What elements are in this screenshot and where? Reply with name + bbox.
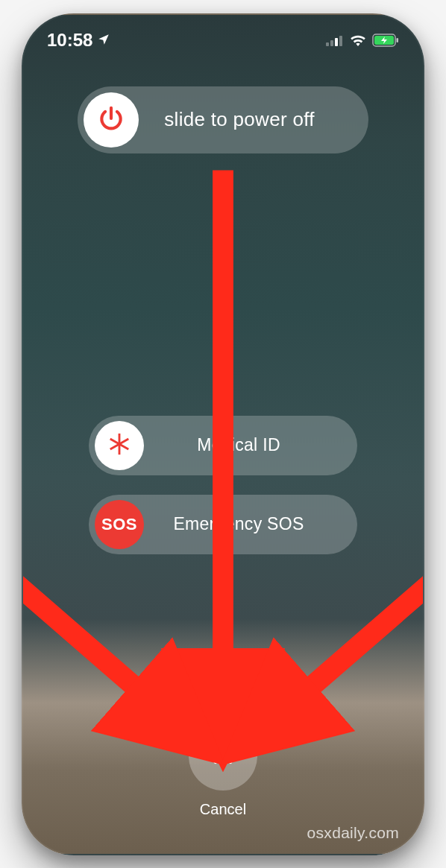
wifi-icon xyxy=(350,34,366,46)
slide-to-power-off[interactable]: slide to power off xyxy=(78,86,368,153)
sos-knob[interactable]: SOS xyxy=(95,500,144,549)
medical-asterisk-icon xyxy=(107,431,132,460)
medical-id-label: Medical ID xyxy=(144,435,351,455)
cancel-button[interactable] xyxy=(189,722,257,791)
location-arrow-icon xyxy=(97,30,110,51)
close-x-icon xyxy=(208,740,238,773)
annotation-arrow-left xyxy=(23,577,178,725)
status-bar: 10:58 xyxy=(23,25,423,55)
status-bar-left: 10:58 xyxy=(47,30,110,51)
emergency-sos-label: Emergency SOS xyxy=(144,514,351,534)
svg-rect-1 xyxy=(330,40,333,46)
status-time: 10:58 xyxy=(47,30,92,51)
status-bar-right xyxy=(326,34,399,47)
sos-icon: SOS xyxy=(101,515,137,534)
power-icon xyxy=(97,104,125,136)
svg-rect-3 xyxy=(339,36,342,46)
watermark-text: osxdaily.com xyxy=(307,824,399,842)
cancel-area: Cancel xyxy=(189,722,257,818)
slide-medical-id[interactable]: Medical ID xyxy=(89,416,357,475)
cellular-signal-icon xyxy=(326,34,344,46)
power-off-label: slide to power off xyxy=(139,108,362,131)
svg-rect-0 xyxy=(326,42,329,46)
medical-id-knob[interactable] xyxy=(95,421,144,470)
svg-rect-6 xyxy=(397,38,399,42)
power-off-knob[interactable] xyxy=(84,92,139,148)
cancel-label: Cancel xyxy=(200,801,246,818)
annotation-arrow-right xyxy=(268,577,423,725)
svg-rect-2 xyxy=(335,38,338,46)
iphone-power-off-screen: 10:58 xyxy=(22,13,424,855)
battery-charging-icon xyxy=(372,34,399,47)
slide-emergency-sos[interactable]: SOS Emergency SOS xyxy=(89,495,357,554)
